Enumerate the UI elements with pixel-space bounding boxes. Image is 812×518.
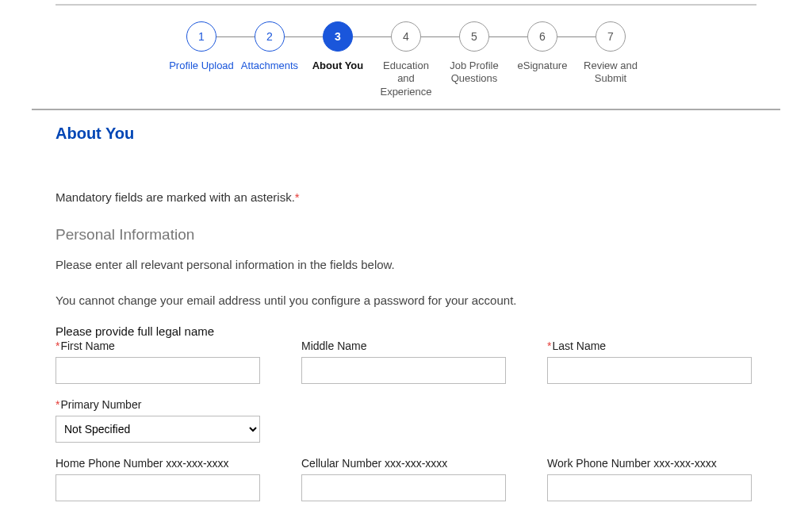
step-label-5: Job Profile Questions	[440, 59, 508, 86]
home-phone-label: Home Phone Number xxx-xxx-xxxx	[56, 457, 260, 470]
step-circle-2: 2	[255, 21, 285, 52]
middle-name-group: Middle Name	[301, 340, 506, 384]
step-circle-1: 1	[186, 21, 216, 52]
cellular-input[interactable]	[301, 474, 506, 501]
step-3: 3About You	[304, 21, 372, 72]
first-name-label: First Name	[56, 340, 260, 352]
name-row: First Name Middle Name Last Name	[56, 340, 756, 384]
step-label-4: Education and Experience	[372, 59, 440, 98]
step-label-3: About You	[311, 59, 366, 72]
step-connector	[489, 36, 527, 37]
first-name-group: First Name	[56, 340, 260, 384]
work-phone-group: Work Phone Number xxx-xxx-xxxx	[547, 457, 752, 501]
step-7: 7Review and Submit	[576, 21, 645, 86]
instruction-text-2: You cannot change your email address unt…	[56, 294, 756, 307]
legal-name-prompt: Please provide full legal name	[56, 324, 756, 338]
instruction-text-1: Please enter all relevant personal infor…	[56, 258, 756, 271]
phones-row: Home Phone Number xxx-xxx-xxxx Cellular …	[56, 457, 756, 501]
step-connector	[353, 36, 391, 37]
step-connector	[216, 36, 255, 37]
primary-number-select[interactable]: Not Specified	[56, 416, 260, 443]
step-connector	[421, 36, 459, 37]
step-5: 5Job Profile Questions	[440, 21, 508, 86]
first-name-input[interactable]	[56, 357, 260, 384]
last-name-group: Last Name	[547, 340, 752, 384]
step-circle-7: 7	[596, 21, 626, 52]
last-name-input[interactable]	[547, 357, 752, 384]
step-6: 6eSignature	[508, 21, 576, 72]
step-circle-6: 6	[527, 21, 557, 52]
step-label-2: Attachments	[239, 59, 300, 72]
content-area: About You Mandatory fields are marked wi…	[0, 110, 812, 518]
mandatory-note: Mandatory fields are marked with an aste…	[56, 190, 756, 204]
primary-number-label: Primary Number	[56, 398, 260, 411]
home-phone-group: Home Phone Number xxx-xxx-xxxx	[56, 457, 260, 501]
mandatory-note-text: Mandatory fields are marked with an aste…	[56, 190, 295, 204]
cellular-group: Cellular Number xxx-xxx-xxxx	[301, 457, 506, 501]
work-phone-label: Work Phone Number xxx-xxx-xxxx	[547, 457, 752, 470]
step-2[interactable]: 2Attachments	[236, 21, 304, 72]
step-1[interactable]: 1Profile Upload	[167, 21, 236, 72]
work-phone-input[interactable]	[547, 474, 752, 501]
step-4: 4Education and Experience	[372, 21, 440, 98]
home-phone-input[interactable]	[56, 474, 260, 501]
section-title: About You	[56, 125, 756, 143]
step-label-6: eSignature	[516, 59, 569, 72]
middle-name-input[interactable]	[301, 357, 506, 384]
step-circle-5: 5	[459, 21, 489, 52]
step-label-7: Review and Submit	[576, 59, 645, 86]
last-name-label: Last Name	[547, 340, 752, 352]
step-label-1: Profile Upload	[167, 59, 236, 72]
progress-stepper: 1Profile Upload2Attachments3About You4Ed…	[0, 6, 812, 102]
step-connector	[557, 36, 596, 37]
asterisk-icon: *	[295, 190, 300, 204]
step-circle-3: 3	[323, 21, 353, 52]
primary-number-group: Primary Number Not Specified	[56, 398, 260, 443]
cellular-label: Cellular Number xxx-xxx-xxxx	[301, 457, 506, 470]
step-connector	[285, 36, 323, 37]
middle-name-label: Middle Name	[301, 340, 506, 352]
step-circle-4: 4	[391, 21, 421, 52]
primary-number-row: Primary Number Not Specified	[56, 398, 756, 443]
personal-info-heading: Personal Information	[56, 226, 756, 244]
